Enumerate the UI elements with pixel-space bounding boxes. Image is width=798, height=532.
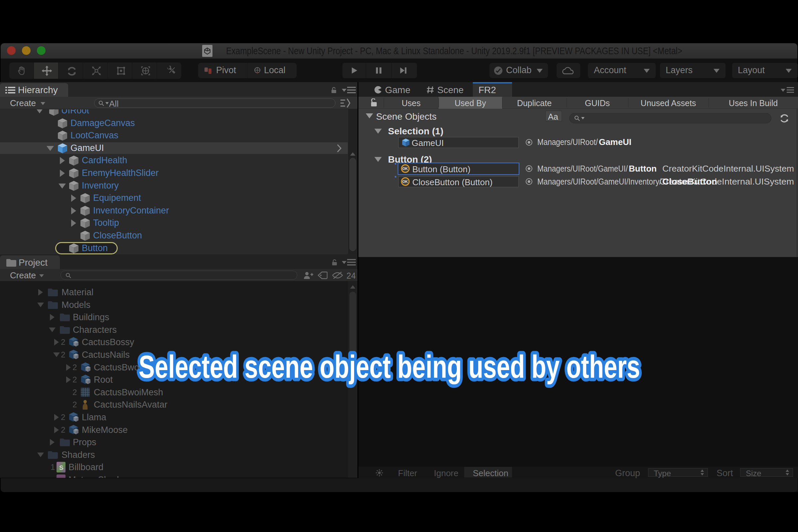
svg-text:Managers/UIRoot/GameUI/Invento: Managers/UIRoot/GameUI/Inventory/ — [537, 176, 662, 187]
svg-text:ExampleScene - New Unity Proje: ExampleScene - New Unity Project - PC, M… — [226, 45, 682, 56]
svg-text:CloseButton: CloseButton — [662, 176, 717, 187]
svg-text:Selected scene object being us: Selected scene object being used by othe… — [139, 349, 640, 384]
svg-text:S: S — [59, 464, 63, 471]
